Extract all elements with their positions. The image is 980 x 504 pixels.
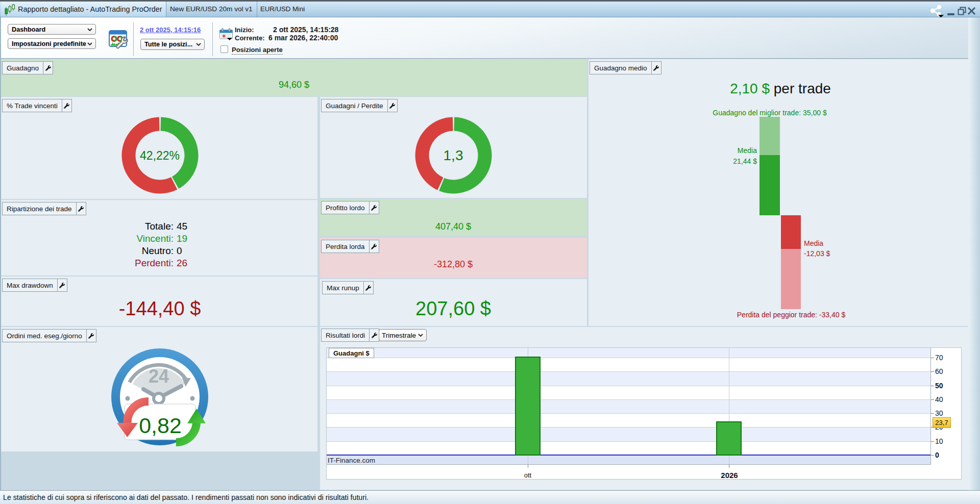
svg-text:24: 24: [149, 366, 169, 387]
svg-text:0,82: 0,82: [139, 413, 182, 438]
